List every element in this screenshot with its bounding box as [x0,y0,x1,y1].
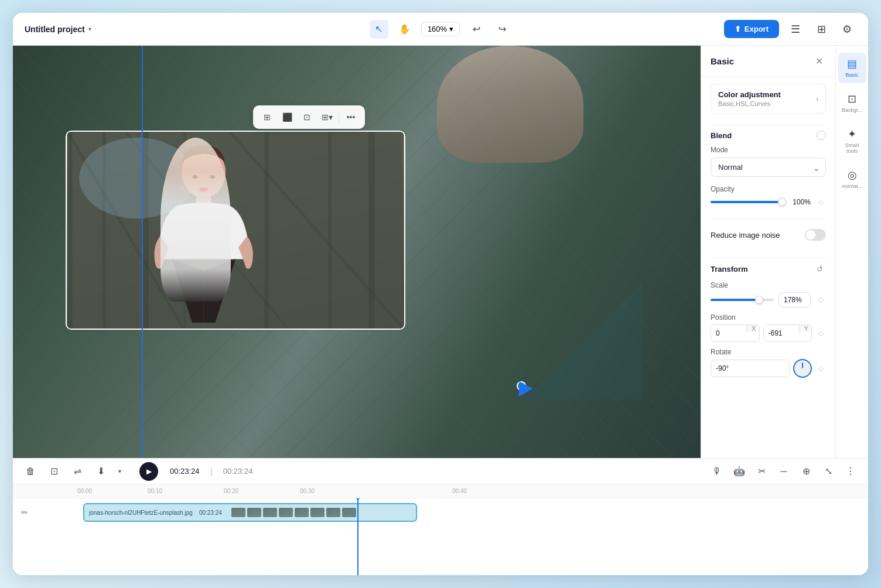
zoom-value: 160% [428,25,447,33]
smart-tools-icon: ✦ [848,128,856,141]
blend-header: Blend [711,131,826,140]
position-label: Position [711,313,826,322]
sidebar-item-animate[interactable]: ◎ Animat... [838,164,866,194]
blend-section: Blend Mode Normal Multiply Screen Overla… [711,131,826,207]
timeline-clip[interactable]: jonas-horsch-nl2UHFtetzE-unsplash.jpg 00… [83,503,417,522]
blend-mode-group: Mode Normal Multiply Screen Overlay Dark… [711,146,826,177]
right-panel: Basic ✕ Color adjustment Basic,HSL,Curve… [701,46,835,458]
canvas-tool-transform[interactable]: ⊡ [299,109,315,125]
timeline-playhead[interactable] [357,498,358,575]
topbar-left: Untitled project ▾ [25,25,370,34]
svg-rect-8 [368,132,374,329]
rotate-dial[interactable] [793,359,812,378]
canvas-tool-more[interactable]: ⊞▾ [319,109,335,125]
ruler-label-1: 00:10 [148,488,162,494]
position-group: Position X Y ◇ [711,313,826,342]
canvas-toolbar: ⊞ ⬛ ⊡ ⊞▾ ••• [253,105,365,129]
redo-button[interactable]: ↪ [493,20,511,39]
download-options-button[interactable]: ▾ [111,463,128,480]
canvas-tool-crop[interactable]: ⊞ [259,109,275,125]
more-options-button[interactable]: ⋮ [842,463,859,480]
zoom-control[interactable]: 160% ▾ [421,22,460,36]
crop-button[interactable]: ⊡ [46,463,62,480]
selected-video-frame[interactable] [66,131,405,330]
app-window: Untitled project ▾ ↖ ✋ 160% ▾ ↩ ↪ ⬆ Expo… [13,13,868,575]
transform-section: Transform ↺ Scale ◇ [711,262,826,378]
track-edit-button[interactable]: ✏ [18,505,32,519]
sidebar-item-basic[interactable]: ▤ Basic [838,53,866,83]
split-view-button[interactable]: ⊞ [812,20,831,39]
minus-button[interactable]: ─ [776,463,792,480]
rotate-dial-indicator [802,363,803,368]
scale-slider[interactable] [711,299,774,301]
scale-reset-button[interactable]: ◇ [815,295,826,305]
add-clip-button[interactable]: ⊕ [798,463,814,480]
ruler-label-3: 00:30 [300,488,315,494]
blend-mode-select[interactable]: Normal Multiply Screen Overlay Darken Li… [711,158,826,177]
transform-reset-button[interactable]: ↺ [813,262,826,275]
basic-icon: ▤ [847,57,857,70]
color-adjustment-row[interactable]: Color adjustment Basic,HSL,Curves › [711,84,826,114]
color-adj-chevron-icon: › [816,95,818,103]
blend-title: Blend [711,131,732,140]
reduce-noise-toggle[interactable] [805,229,826,241]
topbar-right: ⬆ Export ☰ ⊞ ⚙ [511,20,856,39]
canvas-tool-square[interactable]: ⬛ [279,109,295,125]
opacity-group: Opacity 100% ◇ [711,185,826,207]
delete-clip-button[interactable]: 🗑 [22,463,39,480]
select-tool-button[interactable]: ↖ [370,20,388,39]
ai-edit-button[interactable]: 🤖 [731,463,747,480]
sidebar-smart-tools-label: Smart tools [841,142,864,155]
position-row: X Y ◇ [711,324,826,342]
svg-point-18 [180,187,184,190]
transform-title: Transform [711,265,748,274]
download-button[interactable]: ⬇ [93,463,109,480]
thumbnail-6 [310,508,325,517]
triangle-overlay [525,282,642,399]
microphone-button[interactable]: 🎙 [709,463,725,480]
color-adj-subtitle: Basic,HSL,Curves [718,100,781,107]
rotate-input[interactable] [711,360,789,377]
opacity-label-text: Opacity [711,185,826,193]
track-clip-thumbnails [231,508,356,517]
topbar: Untitled project ▾ ↖ ✋ 160% ▾ ↩ ↪ ⬆ Expo… [13,13,868,46]
sidebar-item-smart-tools[interactable]: ✦ Smart tools [838,123,866,160]
layout-icon-button[interactable]: ☰ [786,20,805,39]
rotate-group: Rotate ◇ [711,348,826,378]
rotate-reset-button[interactable]: ◇ [815,363,826,374]
current-time: 00:23:24 [170,467,200,476]
panel-close-button[interactable]: ✕ [812,54,826,68]
settings-button[interactable]: ⚙ [838,20,856,39]
scissors-button[interactable]: ✂ [753,463,770,480]
undo-button[interactable]: ↩ [467,20,486,39]
chevron-down-icon[interactable]: ▾ [88,26,91,32]
position-y-input[interactable] [764,325,799,341]
play-button[interactable]: ▶ [139,462,158,481]
position-x-input[interactable] [711,325,746,341]
expand-button[interactable]: ⤡ [820,463,836,480]
color-adj-left: Color adjustment Basic,HSL,Curves [718,90,781,107]
sidebar-item-background[interactable]: ⊡ Backgr... [838,88,866,118]
opacity-slider-thumb[interactable] [778,198,786,206]
canvas-toolbar-divider [339,112,339,122]
color-adj-title: Color adjustment [718,90,781,99]
export-button[interactable]: ⬆ Export [724,20,779,38]
hand-tool-button[interactable]: ✋ [395,20,414,39]
topbar-center: ↖ ✋ 160% ▾ ↩ ↪ [370,20,511,39]
flip-button[interactable]: ⇌ [69,463,86,480]
opacity-slider[interactable] [711,201,786,203]
scale-value-input[interactable] [778,292,811,307]
position-y-suffix: Y [799,325,812,332]
scale-slider-thumb[interactable] [755,296,763,304]
thumbnail-8 [342,508,356,517]
blend-radio-button[interactable] [817,131,826,140]
opacity-value: 100% [791,198,811,206]
ruler-label-0: 00:00 [77,488,92,494]
canvas-area[interactable]: ⊞ ⬛ ⊡ ⊞▾ ••• [13,46,701,458]
canvas-tool-options[interactable]: ••• [343,109,359,125]
opacity-reset-button[interactable]: ◇ [815,197,826,207]
sidebar-basic-label: Basic [845,72,858,78]
reduce-noise-row: Reduce image noise [711,224,826,245]
divider-3 [711,257,826,258]
position-reset-button[interactable]: ◇ [815,328,826,339]
